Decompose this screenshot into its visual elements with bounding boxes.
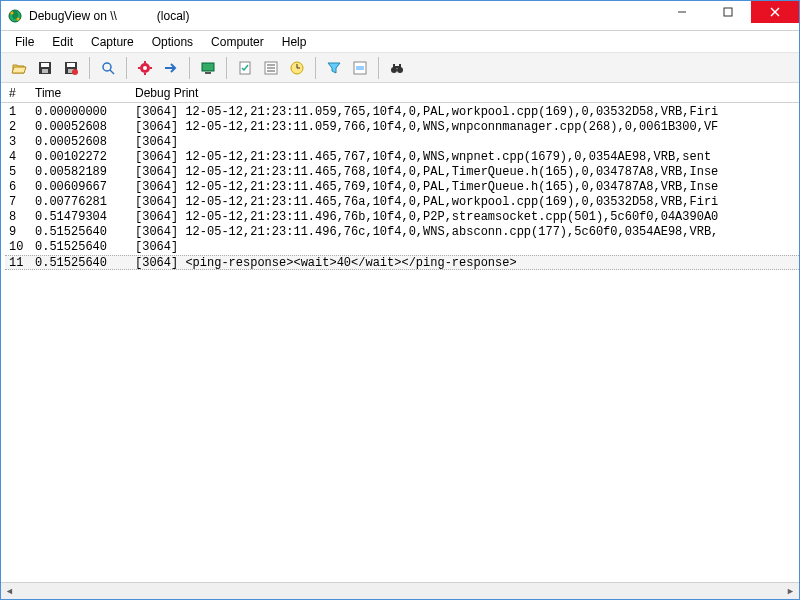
menu-options[interactable]: Options — [144, 33, 201, 51]
minimize-button[interactable] — [659, 1, 705, 23]
highlight-button[interactable] — [348, 56, 372, 80]
row-debug: [3064] 12-05-12,21:23:11.465,768,10f4,0,… — [135, 165, 799, 180]
window-title-suffix: (local) — [157, 9, 190, 23]
floppy-red-icon — [63, 60, 79, 76]
clear-button[interactable] — [233, 56, 257, 80]
row-debug: [3064] 12-05-12,21:23:11.465,767,10f4,0,… — [135, 150, 799, 165]
row-debug: [3064] 12-05-12,21:23:11.496,76b,10f4,0,… — [135, 210, 799, 225]
filter-button[interactable] — [322, 56, 346, 80]
svg-rect-22 — [202, 63, 214, 71]
table-row[interactable]: 50.00582189[3064] 12-05-12,21:23:11.465,… — [5, 165, 799, 180]
svg-point-1 — [11, 11, 14, 14]
menu-computer[interactable]: Computer — [203, 33, 272, 51]
toolbar-separator — [226, 57, 227, 79]
scroll-left-button[interactable]: ◄ — [1, 583, 18, 600]
capture-win32-button[interactable] — [96, 56, 120, 80]
gear-red-icon — [137, 60, 153, 76]
table-row[interactable]: 90.51525640[3064] 12-05-12,21:23:11.496,… — [5, 225, 799, 240]
menu-file[interactable]: File — [7, 33, 42, 51]
scroll-right-button[interactable]: ► — [782, 583, 799, 600]
row-time: 0.51525640 — [35, 240, 135, 255]
menu-capture[interactable]: Capture — [83, 33, 142, 51]
floppy-icon — [37, 60, 53, 76]
menu-bar: File Edit Capture Options Computer Help — [1, 31, 799, 53]
column-header-number[interactable]: # — [5, 86, 35, 100]
close-button[interactable] — [751, 1, 799, 23]
list-icon — [263, 60, 279, 76]
save-button[interactable] — [33, 56, 57, 80]
toolbar-separator — [378, 57, 379, 79]
row-number: 3 — [5, 135, 35, 150]
funnel-icon — [326, 60, 342, 76]
column-header-time[interactable]: Time — [35, 86, 135, 100]
scroll-track[interactable] — [18, 583, 782, 600]
row-number: 9 — [5, 225, 35, 240]
table-row[interactable]: 30.00052608[3064] — [5, 135, 799, 150]
app-icon — [7, 8, 23, 24]
window-title-prefix: DebugView on \\ — [29, 9, 117, 23]
table-row[interactable]: 40.00102272[3064] 12-05-12,21:23:11.465,… — [5, 150, 799, 165]
row-time: 0.00609667 — [35, 180, 135, 195]
row-time: 0.00052608 — [35, 135, 135, 150]
row-debug: [3064] 12-05-12,21:23:11.059,765,10f4,0,… — [135, 105, 799, 120]
row-time: 0.00776281 — [35, 195, 135, 210]
row-time: 0.51479304 — [35, 210, 135, 225]
horizontal-scrollbar[interactable]: ◄ ► — [1, 582, 799, 599]
autoscroll-button[interactable] — [259, 56, 283, 80]
folder-open-icon — [11, 60, 27, 76]
row-debug: [3064] 12-05-12,21:23:11.465,76a,10f4,0,… — [135, 195, 799, 210]
capture-kernel-button[interactable] — [133, 56, 157, 80]
svg-rect-38 — [395, 66, 399, 68]
row-number: 11 — [5, 256, 35, 269]
table-row[interactable]: 100.51525640[3064] — [5, 240, 799, 255]
row-number: 5 — [5, 165, 35, 180]
svg-rect-33 — [356, 66, 364, 70]
menu-help[interactable]: Help — [274, 33, 315, 51]
row-number: 10 — [5, 240, 35, 255]
table-row[interactable]: 60.00609667[3064] 12-05-12,21:23:11.465,… — [5, 180, 799, 195]
connect-button[interactable] — [196, 56, 220, 80]
row-number: 1 — [5, 105, 35, 120]
svg-rect-4 — [724, 8, 732, 16]
table-row[interactable]: 10.00000000[3064] 12-05-12,21:23:11.059,… — [5, 105, 799, 120]
maximize-button[interactable] — [705, 1, 751, 23]
svg-point-17 — [143, 66, 147, 70]
row-debug: [3064] <ping-response><wait>40</wait></p… — [135, 256, 799, 269]
title-bar: DebugView on \\ (local) — [1, 1, 799, 31]
row-debug: [3064] 12-05-12,21:23:11.496,76c,10f4,0,… — [135, 225, 799, 240]
row-time: 0.00582189 — [35, 165, 135, 180]
row-time: 0.00052608 — [35, 120, 135, 135]
document-check-icon — [237, 60, 253, 76]
log-list[interactable]: 10.00000000[3064] 12-05-12,21:23:11.059,… — [1, 103, 799, 582]
svg-point-2 — [17, 17, 20, 20]
row-debug: [3064] — [135, 240, 799, 255]
table-row[interactable]: 80.51479304[3064] 12-05-12,21:23:11.496,… — [5, 210, 799, 225]
toolbar — [1, 53, 799, 83]
highlight-icon — [352, 60, 368, 76]
row-number: 6 — [5, 180, 35, 195]
clock-icon — [289, 60, 305, 76]
svg-rect-11 — [67, 63, 75, 67]
toolbar-separator — [315, 57, 316, 79]
row-number: 8 — [5, 210, 35, 225]
row-time: 0.00102272 — [35, 150, 135, 165]
column-header-debug[interactable]: Debug Print — [135, 86, 799, 100]
table-row[interactable]: 70.00776281[3064] 12-05-12,21:23:11.465,… — [5, 195, 799, 210]
row-number: 7 — [5, 195, 35, 210]
row-debug: [3064] — [135, 135, 799, 150]
row-number: 4 — [5, 150, 35, 165]
list-header: # Time Debug Print — [1, 83, 799, 103]
time-button[interactable] — [285, 56, 309, 80]
table-row[interactable]: 20.00052608[3064] 12-05-12,21:23:11.059,… — [5, 120, 799, 135]
open-button[interactable] — [7, 56, 31, 80]
log-to-file-button[interactable] — [59, 56, 83, 80]
toolbar-separator — [189, 57, 190, 79]
toolbar-separator — [126, 57, 127, 79]
menu-edit[interactable]: Edit — [44, 33, 81, 51]
passthrough-button[interactable] — [159, 56, 183, 80]
svg-rect-36 — [393, 64, 395, 68]
table-row[interactable]: 110.51525640[3064] <ping-response><wait>… — [5, 255, 799, 270]
svg-rect-23 — [205, 72, 211, 74]
svg-point-14 — [103, 63, 111, 71]
find-button[interactable] — [385, 56, 409, 80]
